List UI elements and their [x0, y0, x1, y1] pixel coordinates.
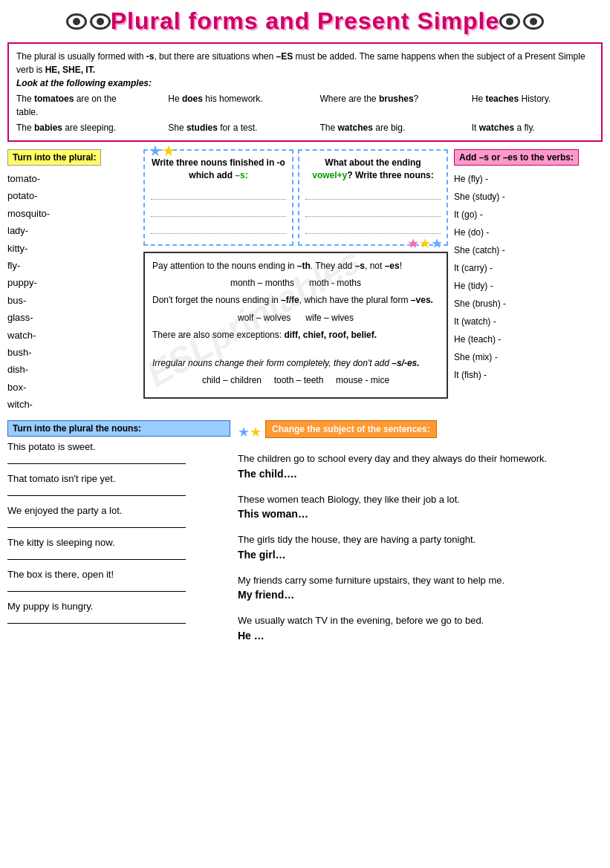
- sentence-text-1: This potato is sweet.: [7, 441, 96, 452]
- info-box: The plural is usually formed with -s, bu…: [7, 42, 603, 142]
- sentence-item-6: My puppy is hungry.: [7, 601, 230, 624]
- write-nouns-vowel-box: What about the ending vowel+y? Write thr…: [298, 149, 448, 246]
- write-nouns-vowel-title: What about the ending vowel+y? Write thr…: [305, 157, 441, 182]
- change-subject-item-2: These women teach Biology, they like the…: [238, 492, 603, 523]
- list-item: dish-: [7, 361, 137, 378]
- examples-label: Look at the following examples:: [16, 76, 594, 90]
- example-8: It watches a fly.: [472, 121, 594, 134]
- bottom-left: Turn into the plural the nouns: This pot…: [7, 420, 230, 654]
- prompt-4: My friend…: [238, 587, 603, 603]
- eyes-left: [66, 13, 111, 30]
- verb-list: He (fly) - She (study) - It (go) - He (d…: [454, 170, 603, 384]
- star-decoration-2: ★★★: [407, 235, 443, 252]
- list-item: She (mix) -: [454, 348, 603, 366]
- note-line-4: wolf – wolves wife – wives: [152, 311, 439, 325]
- add-verbs-header: Add –s or –es to the verbs:: [454, 149, 579, 166]
- eye-icon-1: [66, 13, 87, 30]
- list-item: He (teach) -: [454, 330, 603, 348]
- list-item: She (study) -: [454, 188, 603, 206]
- answer-line-2[interactable]: [151, 203, 286, 217]
- note-line-6: Irregular nouns change their form comple…: [152, 356, 439, 371]
- write-nouns-o-title: Write three nouns finished in -o which a…: [151, 157, 286, 182]
- list-item: box-: [7, 379, 137, 396]
- info-text: The plural is usually formed with -s, bu…: [16, 50, 594, 76]
- star-deco-header: ★★: [238, 424, 262, 440]
- answer-line-3[interactable]: [151, 221, 286, 234]
- original-sentence-5: We usually watch TV in the evening, befo…: [238, 613, 603, 628]
- sentence-text-5: The box is there, open it!: [7, 569, 114, 580]
- example-6: She studies for a test.: [168, 121, 290, 134]
- list-item: It (watch) -: [454, 313, 603, 330]
- answer-line-1[interactable]: [7, 455, 186, 464]
- example-1: The tomatoes are on the table.: [16, 92, 138, 119]
- answer-line-5[interactable]: [305, 203, 441, 217]
- change-subject-item-3: The girls tidy the house, they are havin…: [238, 532, 603, 563]
- middle-column: Write three nouns finished in -o which a…: [143, 149, 448, 413]
- turn-nouns-header: Turn into the plural the nouns:: [7, 420, 230, 437]
- example-4: He teaches History.: [472, 92, 594, 119]
- change-subject-item-1: The children go to school every day and …: [238, 451, 603, 482]
- list-item: kitty-: [7, 240, 137, 257]
- list-item: watch-: [7, 327, 137, 344]
- sentence-item-2: That tomato isn't ripe yet.: [7, 473, 230, 496]
- change-subject-item-5: We usually watch TV in the evening, befo…: [238, 613, 603, 644]
- answer-line-4[interactable]: [7, 551, 186, 560]
- list-item: puppy-: [7, 274, 137, 291]
- list-item: It (fish) -: [454, 366, 603, 384]
- example-5: The babies are sleeping.: [16, 121, 138, 134]
- star-decoration-1: ★★: [149, 142, 175, 160]
- note-line-3: Don't forget the nouns ending in –f/fe, …: [152, 293, 439, 307]
- answer-line-1[interactable]: [151, 186, 286, 200]
- list-item: glass-: [7, 309, 137, 326]
- sentence-text-3: We enjoyed the party a lot.: [7, 505, 122, 516]
- list-item: mosquito-: [7, 205, 137, 222]
- list-item: He (do) -: [454, 223, 603, 241]
- prompt-2: This woman…: [238, 506, 603, 522]
- eye-icon-4: [523, 13, 544, 30]
- bottom-section: Turn into the plural the nouns: This pot…: [7, 420, 603, 654]
- sentence-text-2: That tomato isn't ripe yet.: [7, 473, 116, 484]
- example-2: He does his homework.: [168, 92, 290, 119]
- prompt-5: He …: [238, 628, 603, 644]
- change-subject-item-4: My friends carry some furniture upstairs…: [238, 573, 603, 604]
- answer-line-2[interactable]: [7, 487, 186, 496]
- eyes-right: [499, 13, 544, 30]
- answer-line-6[interactable]: [305, 221, 441, 234]
- answer-line-5[interactable]: [7, 583, 186, 592]
- right-column: Add –s or –es to the verbs: He (fly) - S…: [454, 149, 603, 413]
- note-line-7: child – children tooth – teeth mouse - m…: [152, 373, 439, 388]
- original-sentence-2: These women teach Biology, they like the…: [238, 492, 603, 507]
- sentence-text-6: My puppy is hungry.: [7, 601, 93, 612]
- main-content: Turn into the plural: tomato- potato- mo…: [7, 149, 603, 413]
- change-subject-header: Change the subject of the sentences:: [265, 420, 437, 438]
- page-title: Plural forms and Present Simple: [111, 7, 500, 35]
- answer-line-4[interactable]: [305, 186, 441, 200]
- note-line-1: Pay attention to the nouns ending in –th…: [152, 259, 439, 273]
- note-box: Pay attention to the nouns ending in –th…: [143, 252, 448, 399]
- prompt-3: The girl…: [238, 547, 603, 563]
- list-item: tomato-: [7, 170, 137, 187]
- list-item: He (tidy) -: [454, 277, 603, 295]
- left-column: Turn into the plural: tomato- potato- mo…: [7, 149, 137, 413]
- bottom-right: ★★ Change the subject of the sentences: …: [238, 420, 603, 654]
- note-line-5: There are also some exceptions: diff, ch…: [152, 328, 439, 342]
- list-item: She (catch) -: [454, 241, 603, 259]
- list-item: It (go) -: [454, 206, 603, 223]
- sentence-item-3: We enjoyed the party a lot.: [7, 505, 230, 528]
- original-sentence-4: My friends carry some furniture upstairs…: [238, 573, 603, 588]
- list-item: fly-: [7, 257, 137, 274]
- sentence-item-1: This potato is sweet.: [7, 441, 230, 464]
- page-header: Plural forms and Present Simple: [7, 7, 603, 35]
- answer-line-6[interactable]: [7, 615, 186, 624]
- examples-row2: The babies are sleeping. She studies for…: [16, 121, 594, 134]
- original-sentence-1: The children go to school every day and …: [238, 451, 603, 466]
- turn-plural-header: Turn into the plural:: [7, 149, 101, 166]
- eye-icon-3: [499, 13, 520, 30]
- examples-row1: The tomatoes are on the table. He does h…: [16, 92, 594, 119]
- list-item: lady-: [7, 222, 137, 239]
- list-item: potato-: [7, 187, 137, 204]
- example-3: Where are the brushes?: [320, 92, 442, 119]
- sentence-item-4: The kitty is sleeping now.: [7, 537, 230, 560]
- answer-line-3[interactable]: [7, 519, 186, 528]
- write-nouns-o-box: Write three nouns finished in -o which a…: [143, 149, 293, 246]
